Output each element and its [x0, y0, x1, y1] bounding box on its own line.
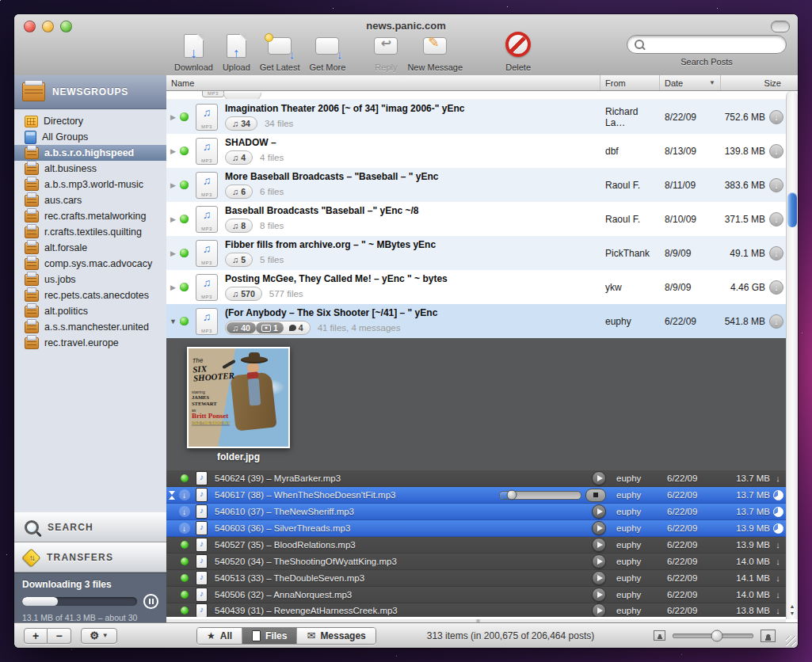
- toolbar-get-more-button[interactable]: Get More: [310, 32, 346, 72]
- badge-note[interactable]: 8: [227, 220, 251, 231]
- play-button[interactable]: [592, 603, 606, 617]
- download-circle-button[interactable]: ↓: [769, 280, 783, 295]
- sidebar-item-a-b-s-r-o-highspeed[interactable]: a.b.s.r.o.highspeed: [14, 145, 166, 161]
- newsgroup-post-row[interactable]: ▶ Imagination Theater 2006 [~ of 34] "im…: [166, 100, 786, 134]
- badge-note[interactable]: 34: [227, 118, 256, 129]
- filter-segment-messages[interactable]: Messages: [296, 628, 375, 644]
- sidebar-search-section[interactable]: SEARCH: [14, 512, 166, 542]
- preview-thumbnail[interactable]: The SIX SHOOTER starring JAMES STEWART a…: [187, 347, 290, 448]
- attachment-badge-pill[interactable]: 4: [225, 150, 253, 165]
- play-button[interactable]: [592, 471, 606, 485]
- filter-segment-files[interactable]: Files: [242, 628, 296, 644]
- download-circle-button[interactable]: ↓: [769, 314, 783, 329]
- badge-note[interactable]: 4: [227, 152, 251, 163]
- sidebar-item-a-s-s-manchester-united[interactable]: a.s.s.manchester.united: [14, 319, 166, 335]
- newsgroup-post-row[interactable]: ▶ More Baseball Broadcasts – "Baseball –…: [166, 168, 786, 202]
- badge-camera[interactable]: 1: [256, 322, 284, 333]
- thumbnail-size-slider[interactable]: [673, 633, 753, 638]
- sidebar-item-all-groups[interactable]: All Groups: [14, 129, 166, 145]
- play-button[interactable]: [592, 554, 606, 569]
- download-circle-button[interactable]: ↓: [769, 178, 783, 192]
- badge-note[interactable]: 570: [227, 288, 261, 299]
- disclosure-triangle-icon[interactable]: ▶: [166, 113, 180, 121]
- newsgroup-post-row[interactable]: ▶ Fibber fills from archive.org – " ~ MB…: [166, 236, 786, 270]
- attachment-badge-pill[interactable]: 5: [225, 253, 253, 267]
- attachment-badge-pill[interactable]: 8: [225, 219, 253, 233]
- disclosure-triangle-icon[interactable]: ▶: [166, 181, 180, 189]
- attachment-badge-pill[interactable]: 6: [225, 185, 253, 199]
- attachment-badge-pill[interactable]: 570: [225, 287, 262, 301]
- badge-note[interactable]: 40: [227, 322, 256, 333]
- file-row[interactable]: ↓ 540603 (36) – SilverThreads.mp3 euphy …: [166, 520, 786, 537]
- toolbar-delete-button[interactable]: Delete: [505, 32, 531, 72]
- sidebar-item-rec-travel-europe[interactable]: rec.travel.europe: [14, 335, 166, 351]
- search-input[interactable]: [627, 35, 787, 54]
- window-titlebar[interactable]: news.panic.com Download Upload Get Lates…: [14, 14, 798, 76]
- scrollbar-thumb[interactable]: [787, 192, 797, 227]
- resize-grip[interactable]: [786, 636, 796, 646]
- toolbar-get-latest-button[interactable]: Get Latest: [260, 32, 300, 72]
- file-row[interactable]: 540624 (39) – MyraBarker.mp3 euphy 6/22/…: [166, 470, 786, 487]
- toolbar-reply-button[interactable]: Reply: [374, 32, 398, 72]
- file-row[interactable]: 540513 (33) – TheDoubleSeven.mp3 euphy 6…: [166, 570, 786, 587]
- attachment-badge-pill[interactable]: 4014: [225, 321, 311, 335]
- file-row[interactable]: 540520 (34) – TheShootingOfWyattKing.mp3…: [166, 554, 786, 570]
- file-row[interactable]: 540439 (31) – RevengeAtHarnessCreek.mp3 …: [166, 603, 786, 617]
- sidebar-item-alt-politics[interactable]: alt.politics: [14, 303, 166, 319]
- disclosure-triangle-icon[interactable]: ▶: [166, 283, 180, 291]
- disclosure-triangle-icon[interactable]: ▼: [166, 318, 180, 325]
- newsgroup-post-row[interactable]: ▶ Baseball Broadcasts "Baseball –" yEnc …: [166, 202, 786, 236]
- disclosure-triangle-icon[interactable]: ▶: [166, 215, 180, 223]
- attachment-badge-pill[interactable]: 34: [225, 116, 257, 131]
- play-button[interactable]: [592, 538, 606, 552]
- scrollbar-arrows[interactable]: ▲▼: [787, 603, 798, 617]
- download-circle-button[interactable]: ↓: [769, 144, 783, 158]
- sidebar-item-a-b-s-mp3-world-music[interactable]: a.b.s.mp3.world-music: [14, 177, 166, 192]
- newsgroup-post-row[interactable]: ▶ SHADOW – 4 4 files dbf 8/13/09 139.8 M…: [166, 134, 786, 168]
- disclosure-triangle-icon[interactable]: ▶: [166, 147, 180, 155]
- column-header-from[interactable]: From: [600, 75, 659, 90]
- sidebar-item-rec-crafts-metalworking[interactable]: rec.crafts.metalworking: [14, 208, 166, 224]
- toolbar-new-message-button[interactable]: New Message: [407, 32, 463, 72]
- sidebar-transfers-section[interactable]: ↑↓ TRANSFERS: [14, 542, 166, 573]
- file-row[interactable]: ↓ 540610 (37) – TheNewSheriff.mp3 euphy …: [166, 504, 786, 520]
- vertical-scrollbar[interactable]: ▲▼: [786, 91, 798, 619]
- column-header-date[interactable]: Date ▼: [659, 75, 720, 90]
- file-row[interactable]: 540506 (32) – AnnaNorquest.mp3 euphy 6/2…: [166, 587, 786, 603]
- file-row[interactable]: ↓ 540617 (38) – WhenTheShoeDoesn'tFit.mp…: [166, 487, 786, 504]
- sidebar-item-us-jobs[interactable]: us.jobs: [14, 272, 166, 287]
- play-button[interactable]: [592, 588, 606, 602]
- filter-segment-all[interactable]: All: [197, 628, 242, 644]
- download-circle-button[interactable]: ↓: [769, 110, 783, 124]
- sidebar-newsgroups-header[interactable]: NEWSGROUPS: [14, 75, 166, 109]
- sidebar-item-directory[interactable]: Directory: [14, 113, 166, 129]
- stop-button[interactable]: [585, 489, 606, 502]
- column-header-size[interactable]: Size: [720, 75, 786, 90]
- download-circle-button[interactable]: ↓: [769, 212, 783, 226]
- disclosure-triangle-icon[interactable]: ▶: [166, 249, 180, 257]
- action-menu-button[interactable]: ⚙ ▼: [81, 628, 117, 644]
- playback-slider[interactable]: [499, 491, 581, 500]
- playback-knob[interactable]: [507, 490, 517, 500]
- remove-group-button[interactable]: −: [48, 628, 71, 644]
- sidebar-item-rec-pets-cats-anecdotes[interactable]: rec.pets.cats.anecdotes: [14, 287, 166, 303]
- sidebar-item-alt-business[interactable]: alt.business: [14, 161, 166, 177]
- badge-note[interactable]: 6: [227, 186, 251, 197]
- badge-chat[interactable]: 4: [284, 322, 309, 333]
- toolbar-toggle-button[interactable]: [771, 21, 790, 32]
- add-group-button[interactable]: +: [24, 628, 48, 644]
- sidebar-item-aus-cars[interactable]: aus.cars: [14, 192, 166, 208]
- download-circle-button[interactable]: ↓: [769, 246, 783, 261]
- pause-transfers-button[interactable]: [143, 594, 158, 609]
- newsgroup-post-row[interactable]: ▶ Posting McGee, They Called Me! – yEnc …: [166, 270, 786, 304]
- toolbar-upload-button[interactable]: Upload: [223, 32, 250, 72]
- toolbar-download-button[interactable]: Download: [174, 32, 213, 72]
- play-button[interactable]: [592, 521, 606, 535]
- newsgroup-post-row[interactable]: ▼ (For Anybody – The Six Shooter [~/41] …: [166, 304, 786, 338]
- play-button[interactable]: [592, 571, 606, 585]
- play-button[interactable]: [592, 504, 606, 519]
- sidebar-item-comp-sys-mac-advocacy[interactable]: comp.sys.mac.advocacy: [14, 256, 166, 272]
- sidebar-item-alt-forsale[interactable]: alt.forsale: [14, 240, 166, 256]
- badge-note[interactable]: 5: [227, 254, 251, 265]
- column-header-name[interactable]: Name: [166, 75, 600, 90]
